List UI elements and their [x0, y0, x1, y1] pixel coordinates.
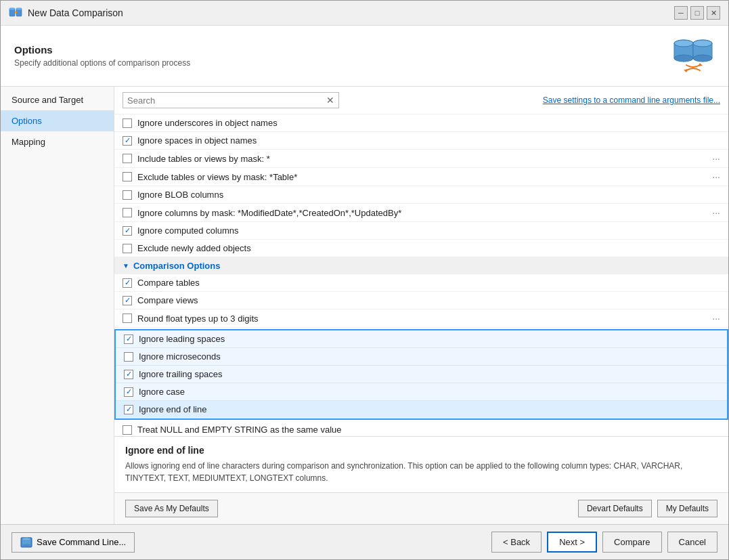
- more-ignore-columns-icon[interactable]: ···: [712, 207, 720, 218]
- compare-button[interactable]: Compare: [602, 532, 661, 553]
- option-round-float: Round float types up to 3 digits ···: [114, 309, 728, 328]
- highlighted-group: Ignore leading spaces Ignore microsecond…: [114, 329, 728, 420]
- defaults-bar: Save As My Defaults Devart Defaults My D…: [114, 492, 728, 524]
- more-exclude-tables-icon[interactable]: ···: [712, 171, 720, 182]
- option-label-ignore-computed: Ignore computed columns: [137, 225, 239, 236]
- checkbox-exclude-tables-mask[interactable]: [123, 172, 132, 181]
- option-exclude-tables-mask: Exclude tables or views by mask: *Table*…: [114, 168, 728, 186]
- sidebar: Source and Target Options Mapping: [1, 87, 114, 524]
- option-label-ignore-columns-mask: Ignore columns by mask: *ModifiedDate*,*…: [137, 208, 401, 218]
- header-left: Options Specify additional options of co…: [14, 44, 190, 68]
- checkbox-round-float[interactable]: [123, 314, 132, 323]
- svg-marker-13: [684, 69, 688, 72]
- option-ignore-eol: Ignore end of line: [116, 401, 727, 418]
- svg-point-10: [693, 55, 712, 62]
- header-area: Options Specify additional options of co…: [1, 26, 728, 87]
- checkbox-ignore-computed[interactable]: [123, 226, 132, 236]
- checkbox-ignore-case[interactable]: [124, 387, 133, 397]
- option-label-exclude-newly-added: Exclude newly added objects: [137, 243, 251, 253]
- defaults-right: Devart Defaults My Defaults: [578, 500, 717, 517]
- save-command-line-button[interactable]: Save Command Line...: [12, 532, 135, 553]
- svg-point-7: [674, 40, 693, 47]
- checkbox-ignore-columns-mask[interactable]: [123, 208, 132, 217]
- footer: Save Command Line... < Back Next > Compa…: [1, 524, 728, 559]
- option-label-ignore-spaces: Ignore spaces in object names: [137, 135, 257, 146]
- checkbox-ignore-microseconds[interactable]: [124, 352, 133, 362]
- checkbox-exclude-newly-added[interactable]: [123, 244, 132, 253]
- next-button[interactable]: Next >: [547, 532, 597, 553]
- checkbox-ignore-leading-spaces[interactable]: [124, 335, 133, 344]
- header-subtitle: Specify additional options of comparison…: [14, 58, 190, 68]
- option-ignore-trailing-spaces: Ignore trailing spaces: [116, 366, 727, 383]
- devart-defaults-button[interactable]: Devart Defaults: [578, 500, 652, 517]
- option-compare-tables: Compare tables: [114, 274, 728, 292]
- checkbox-include-tables-mask[interactable]: [123, 154, 132, 163]
- search-clear-icon[interactable]: ✕: [326, 95, 334, 106]
- option-ignore-columns-mask: Ignore columns by mask: *ModifiedDate*,*…: [114, 204, 728, 222]
- option-label-ignore-trailing-spaces: Ignore trailing spaces: [139, 369, 223, 379]
- search-input[interactable]: [127, 95, 324, 106]
- option-compare-views: Compare views: [114, 292, 728, 309]
- save-cmdline-label: Save Command Line...: [37, 537, 126, 547]
- my-defaults-button[interactable]: My Defaults: [657, 500, 717, 517]
- checkbox-ignore-underscores[interactable]: [123, 119, 132, 128]
- maximize-button[interactable]: □: [690, 6, 704, 20]
- option-label-exclude-tables-mask: Exclude tables or views by mask: *Table*: [137, 172, 297, 182]
- window-title: New Data Comparison: [28, 7, 123, 18]
- more-include-tables-icon[interactable]: ···: [712, 153, 720, 164]
- option-ignore-spaces: Ignore spaces in object names: [114, 132, 728, 150]
- svg-point-17: [22, 544, 30, 546]
- checkbox-ignore-trailing-spaces[interactable]: [124, 370, 133, 379]
- svg-point-11: [693, 40, 712, 47]
- description-text: Allows ignoring end of line characters d…: [125, 460, 717, 484]
- checkbox-treat-null-empty[interactable]: [123, 425, 132, 435]
- app-icon: [9, 6, 22, 20]
- checkbox-ignore-spaces[interactable]: [123, 136, 132, 146]
- option-label-include-tables-mask: Include tables or views by mask: *: [137, 154, 270, 164]
- option-ignore-blob: Ignore BLOB columns: [114, 186, 728, 204]
- save-settings-link[interactable]: Save settings to a command line argument…: [543, 95, 720, 105]
- save-cmdline-icon: [20, 537, 32, 548]
- collapse-icon: ▼: [123, 262, 129, 270]
- sidebar-item-mapping[interactable]: Mapping: [1, 131, 114, 152]
- title-bar: New Data Comparison ─ □ ✕: [1, 1, 728, 26]
- comparison-options-section-header[interactable]: ▼ Comparison Options: [114, 257, 728, 274]
- svg-point-1: [9, 8, 15, 10]
- option-label-ignore-leading-spaces: Ignore leading spaces: [139, 334, 225, 344]
- back-button[interactable]: < Back: [491, 532, 542, 553]
- minimize-button[interactable]: ─: [674, 6, 688, 20]
- footer-right: < Back Next > Compare Cancel: [491, 532, 717, 553]
- option-label-ignore-microseconds: Ignore microseconds: [139, 351, 221, 362]
- checkbox-compare-tables[interactable]: [123, 278, 132, 288]
- options-toolbar: ✕ Save settings to a command line argume…: [114, 87, 728, 114]
- footer-left: Save Command Line...: [12, 532, 135, 553]
- search-box: ✕: [123, 92, 339, 108]
- option-ignore-underscores: Ignore underscores in object names: [114, 114, 728, 132]
- option-exclude-newly-added: Exclude newly added objects: [114, 240, 728, 257]
- option-label-ignore-underscores: Ignore underscores in object names: [137, 118, 278, 128]
- option-label-treat-null-empty: Treat NULL and EMPTY STRING as the same …: [137, 425, 342, 435]
- svg-point-6: [674, 55, 693, 62]
- option-label-ignore-blob: Ignore BLOB columns: [137, 190, 223, 200]
- option-label-compare-views: Compare views: [137, 295, 198, 305]
- description-title: Ignore end of line: [125, 445, 717, 456]
- title-bar-left: New Data Comparison: [9, 6, 123, 20]
- sidebar-item-source-target[interactable]: Source and Target: [1, 89, 114, 110]
- checkbox-ignore-eol[interactable]: [124, 405, 133, 414]
- main-window: New Data Comparison ─ □ ✕ Options Specif…: [0, 0, 729, 560]
- save-as-defaults-button[interactable]: Save As My Defaults: [125, 500, 218, 517]
- sidebar-item-options[interactable]: Options: [1, 110, 114, 131]
- checkbox-ignore-blob[interactable]: [123, 190, 132, 200]
- checkbox-compare-views[interactable]: [123, 296, 132, 305]
- header-title: Options: [14, 44, 190, 56]
- close-button[interactable]: ✕: [707, 6, 720, 20]
- content-area: Source and Target Options Mapping ✕ Save…: [1, 87, 728, 524]
- option-ignore-case: Ignore case: [116, 383, 727, 401]
- cancel-button[interactable]: Cancel: [667, 532, 717, 553]
- db-sync-icon: [671, 37, 715, 75]
- section-title-comparison-options: Comparison Options: [133, 261, 221, 271]
- more-round-float-icon[interactable]: ···: [712, 313, 720, 324]
- option-label-ignore-case: Ignore case: [139, 387, 185, 397]
- option-ignore-computed: Ignore computed columns: [114, 222, 728, 240]
- option-treat-null-empty: Treat NULL and EMPTY STRING as the same …: [114, 421, 728, 436]
